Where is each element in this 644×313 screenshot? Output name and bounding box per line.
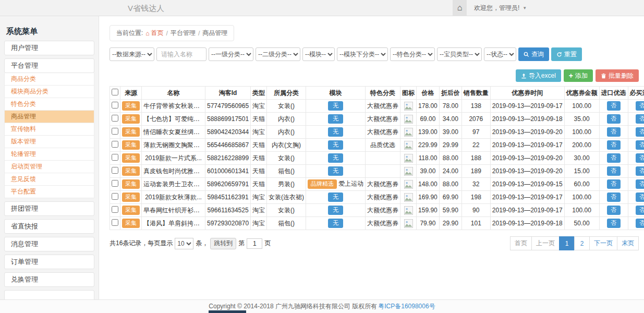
must-buy-toggle-button[interactable]: 否 — [636, 114, 644, 123]
discount-price-cell: 29.90 — [439, 217, 461, 230]
price-cell: 169.90 — [417, 191, 440, 204]
must-buy-toggle-button[interactable]: 否 — [636, 192, 644, 201]
name-cell: 情侣睡衣女夏丝绸男士... — [142, 126, 205, 139]
sidebar-sub-item[interactable]: 特色分类 — [4, 98, 94, 111]
batch-delete-label: 批量删除 — [609, 71, 634, 80]
sidebar-group-item[interactable]: 平台管理 — [4, 58, 94, 73]
page-button[interactable]: 2 — [574, 236, 590, 250]
imported-toggle-button[interactable]: 否 — [607, 166, 621, 175]
sidebar-sub-item[interactable]: 商品管理 — [4, 111, 94, 123]
sidebar-sub-item[interactable]: 轮播管理 — [4, 148, 94, 161]
breadcrumb-home-link[interactable]: ⌂ 首页 — [145, 29, 163, 38]
page-button[interactable]: 末页 — [617, 236, 639, 250]
feature-category-select[interactable]: --特色分类-- — [390, 47, 435, 61]
add-button[interactable]: + 添加 — [564, 69, 593, 82]
sidebar-sub-item[interactable]: 意见反馈 — [4, 173, 94, 186]
coupon-time-cell: 2019-09-13—2019-09-17 — [490, 204, 564, 217]
source-badge: 采集 — [122, 140, 140, 149]
page-number-input[interactable] — [247, 238, 262, 249]
sidebar-group-item[interactable]: 用户管理 — [4, 41, 94, 55]
page-size-select[interactable]: 10 — [175, 238, 193, 249]
select-all-checkbox[interactable] — [112, 89, 118, 95]
imported-toggle-button[interactable]: 否 — [607, 153, 621, 162]
sidebar-group-item[interactable]: 订单管理 — [4, 255, 94, 269]
item-type-select[interactable]: --宝贝类型-- — [437, 47, 482, 61]
taoke-id-cell: 588869917501 — [205, 113, 251, 126]
icp-link[interactable]: 粤ICP备16098006号 — [378, 302, 435, 311]
row-checkbox[interactable] — [112, 115, 118, 122]
sidebar-sub-item[interactable]: 版本管理 — [4, 136, 94, 148]
page-button[interactable]: 首页 — [510, 236, 532, 250]
sidebar-group-item[interactable]: 兑换管理 — [4, 272, 94, 287]
row-checkbox[interactable] — [112, 206, 118, 213]
page-button[interactable]: 下一页 — [589, 236, 617, 250]
row-checkbox[interactable] — [112, 154, 118, 161]
price-cell: 69.00 — [417, 113, 440, 126]
page-button[interactable]: 1 — [559, 236, 575, 250]
batch-delete-button[interactable]: 批量删除 — [596, 69, 639, 82]
sidebar-group-item[interactable]: 消息管理 — [4, 237, 94, 251]
row-checkbox[interactable] — [112, 141, 118, 148]
must-buy-toggle-button[interactable]: 否 — [636, 153, 644, 162]
imported-toggle-button[interactable]: 否 — [607, 101, 621, 110]
must-buy-toggle-button[interactable]: 否 — [636, 101, 644, 110]
sidebar-sub-item[interactable]: 模块商品分类 — [4, 86, 94, 98]
row-checkbox[interactable] — [112, 167, 118, 174]
imported-cell: 否 — [599, 178, 628, 191]
product-icon-image — [404, 206, 413, 215]
must-buy-toggle-button[interactable]: 否 — [636, 206, 644, 214]
must-buy-toggle-button[interactable]: 否 — [636, 140, 644, 149]
product-icon-image — [404, 180, 413, 189]
filter-bar: --数据来源----一级分类----二级分类----模块----模块下分类---… — [110, 47, 639, 61]
page-button[interactable]: 上一页 — [531, 236, 560, 250]
row-checkbox-cell — [110, 152, 120, 165]
name-input[interactable] — [156, 47, 206, 61]
sidebar-sub-item[interactable]: 宣传物料 — [4, 123, 94, 136]
sidebar-sub-item[interactable]: 启动页管理 — [4, 161, 94, 173]
icon-cell — [400, 126, 417, 139]
source-badge: 采集 — [122, 219, 140, 227]
module-select[interactable]: --模块-- — [302, 47, 335, 61]
row-checkbox[interactable] — [112, 193, 118, 200]
level1-category-select[interactable]: --一级分类-- — [209, 47, 253, 61]
row-checkbox[interactable] — [112, 180, 118, 187]
must-buy-toggle-button[interactable]: 否 — [636, 179, 644, 188]
module-sub-category-select[interactable]: --模块下分类-- — [337, 47, 388, 61]
imported-toggle-button[interactable]: 否 — [607, 219, 621, 227]
coupon-time-cell: 2019-09-13—2019-09-17 — [490, 139, 564, 152]
status-select[interactable]: --状态-- — [484, 47, 516, 61]
search-button[interactable]: 查询 — [518, 47, 549, 61]
imported-toggle-button[interactable]: 否 — [607, 127, 621, 136]
must-buy-toggle-button[interactable]: 否 — [636, 166, 644, 175]
imported-toggle-button[interactable]: 否 — [607, 179, 621, 188]
level2-category-select[interactable]: --二级分类-- — [256, 47, 300, 61]
sidebar-group-item[interactable]: 拼团管理 — [4, 201, 94, 216]
discount-price-cell: 59.90 — [439, 204, 461, 217]
sidebar-sub-item[interactable]: 平台配置 — [4, 186, 94, 198]
column-header: 销售数量 — [461, 87, 490, 100]
horizontal-scrollbar-thumb[interactable] — [209, 310, 246, 313]
discount-price-cell: 69.90 — [439, 191, 461, 204]
taoke-id-cell: 588216228899 — [205, 152, 251, 165]
must-buy-cell: 否 — [628, 204, 644, 217]
row-checkbox[interactable] — [112, 102, 118, 109]
must-buy-toggle-button[interactable]: 否 — [636, 219, 644, 227]
jump-button[interactable]: 跳转到 — [210, 238, 236, 249]
imported-toggle-button[interactable]: 否 — [607, 206, 621, 214]
must-buy-toggle-button[interactable]: 否 — [636, 127, 644, 136]
row-checkbox[interactable] — [112, 128, 118, 135]
sidebar-group-item[interactable] — [4, 290, 94, 299]
imported-toggle-button[interactable]: 否 — [607, 192, 621, 201]
row-checkbox[interactable] — [112, 219, 118, 226]
user-menu[interactable]: 欢迎您，管理员! ▼ — [467, 0, 527, 16]
sidebar-sub-item[interactable]: 商品分类 — [4, 73, 94, 86]
reset-button[interactable]: 重置 — [551, 47, 582, 61]
imported-toggle-button[interactable]: 否 — [607, 114, 621, 123]
data-source-select[interactable]: --数据来源-- — [110, 47, 154, 61]
home-button[interactable]: ⌂ — [453, 0, 467, 16]
sales-count-cell: 32 — [461, 178, 490, 191]
import-excel-button[interactable]: 导入excel — [516, 69, 561, 82]
sidebar-group-item[interactable]: 省直快报 — [4, 219, 94, 234]
source-cell: 采集 — [120, 178, 142, 191]
imported-toggle-button[interactable]: 否 — [607, 140, 621, 149]
